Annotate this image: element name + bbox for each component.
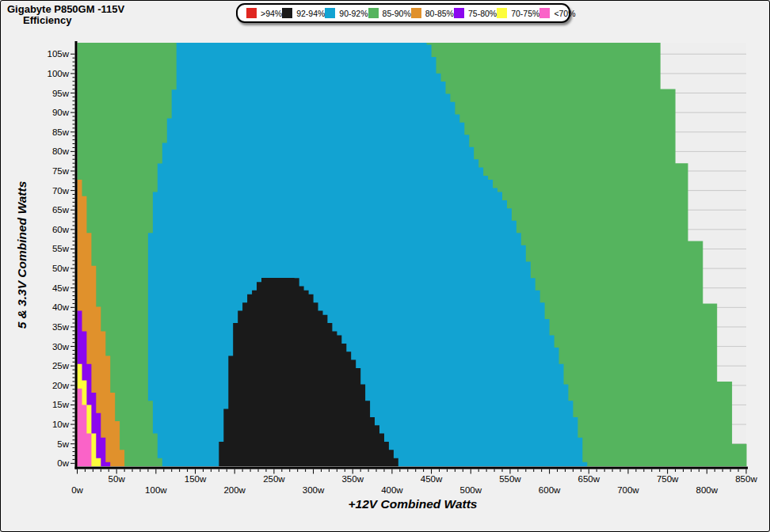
x-tick-label: 700w: [617, 485, 639, 495]
y-tick-label: 55w: [52, 244, 70, 253]
y-tick-label: 35w: [52, 322, 70, 332]
y-tick-label: 25w: [52, 361, 70, 370]
y-tick-label: 80w: [52, 146, 70, 156]
x-tick-label: 450w: [421, 474, 443, 484]
y-tick-label: 45w: [52, 283, 70, 293]
y-tick-label: 70w: [52, 186, 70, 196]
y-tick-label: 100w: [48, 69, 70, 78]
y-tick-label: 0w: [57, 458, 69, 468]
y-tick-label: 60w: [52, 225, 70, 234]
y-tick-label: 30w: [52, 342, 70, 352]
y-tick-label: 20w: [52, 381, 70, 390]
y-tick-label: 5w: [57, 439, 69, 449]
y-tick-label: 90w: [52, 108, 70, 117]
y-axis-line: [75, 41, 78, 469]
x-tick-label: 600w: [539, 485, 561, 495]
x-tick-label: 150w: [185, 474, 207, 484]
y-tick-label: 40w: [52, 302, 70, 312]
y-tick-label: 105w: [48, 49, 70, 59]
x-tick-label: 650w: [578, 474, 600, 484]
y-tick-label: 95w: [52, 89, 70, 98]
y-tick-label: 75w: [52, 166, 70, 176]
y-tick-label: 15w: [52, 400, 70, 409]
heatmap-plot: 0w50w100w150w200w250w300w350w400w450w500…: [1, 1, 770, 532]
x-tick-label: 200w: [223, 485, 246, 495]
x-axis-line: [75, 467, 749, 469]
x-tick-label: 750w: [657, 474, 679, 484]
x-tick-label: 350w: [341, 474, 364, 484]
x-tick-label: 400w: [381, 485, 403, 495]
y-tick-label: 10w: [52, 420, 70, 429]
x-tick-label: 250w: [263, 474, 285, 484]
y-tick-label: 85w: [52, 127, 70, 137]
x-tick-label: 100w: [145, 485, 167, 495]
y-tick-label: 65w: [52, 205, 70, 215]
x-tick-label: 850w: [735, 474, 757, 484]
x-tick-label: 50w: [109, 474, 126, 484]
x-tick-label: 0w: [71, 485, 83, 495]
x-tick-label: 800w: [696, 485, 719, 495]
x-tick-label: 500w: [460, 485, 482, 495]
efficiency-contour-chart: Gigabyte P850GM -115V Efficiency >94%92-…: [0, 0, 770, 532]
x-tick-label: 550w: [499, 474, 521, 484]
y-tick-label: 50w: [52, 264, 70, 273]
x-tick-label: 300w: [303, 485, 325, 495]
